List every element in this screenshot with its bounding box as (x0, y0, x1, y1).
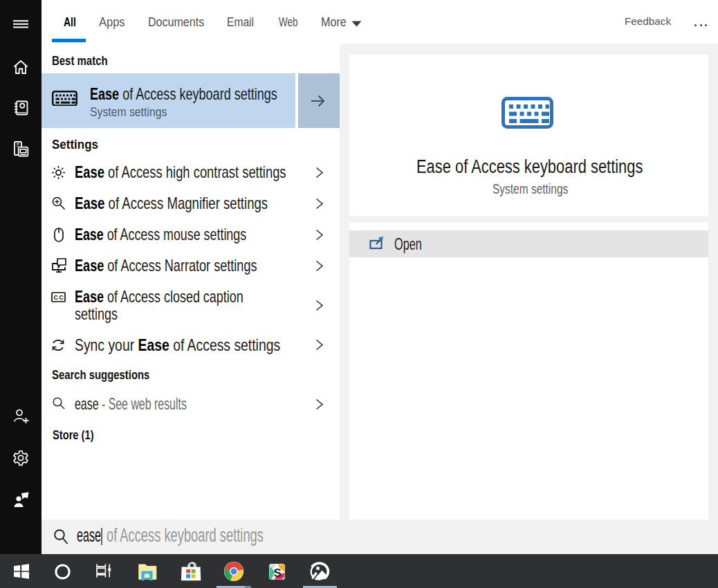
svg-text:S: S (274, 566, 282, 579)
svg-text:CC: CC (53, 294, 64, 301)
